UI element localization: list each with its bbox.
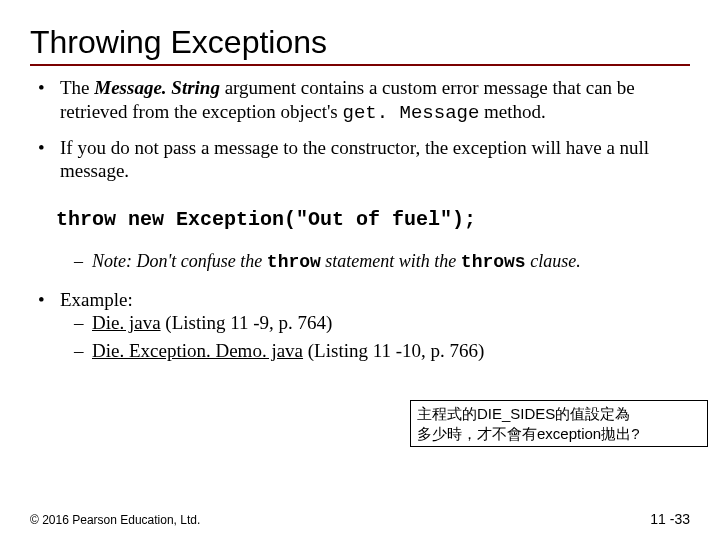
callout-l2a: 多少時，才不會有 <box>417 425 537 442</box>
bullet-2: If you do not pass a message to the cons… <box>38 136 690 194</box>
ex2-rest: (Listing 11 -10, p. 766) <box>303 340 484 361</box>
example-label: Example: <box>60 289 133 310</box>
example-list: Example: Die. java (Listing 11 -9, p. 76… <box>30 288 690 377</box>
b1-post: method. <box>479 101 546 122</box>
callout-box: 主程式的DIE_SIDES的值設定為 多少時，才不會有exception拋出? <box>410 400 708 447</box>
b1-pre: The <box>60 77 94 98</box>
page-title: Throwing Exceptions <box>30 22 690 62</box>
title-rule <box>30 64 690 66</box>
code-example: throw new Exception("Out of fuel"); <box>56 207 690 232</box>
callout-line-1: 主程式的DIE_SIDES的值設定為 <box>417 404 701 424</box>
copyright-footer: © 2016 Pearson Education, Ltd. <box>30 513 200 528</box>
link-die-java[interactable]: Die. java <box>92 312 161 333</box>
example-item-2: Die. Exception. Demo. java (Listing 11 -… <box>74 339 690 367</box>
ex1-rest: (Listing 11 -9, p. 764) <box>161 312 333 333</box>
bullet-example: Example: Die. java (Listing 11 -9, p. 76… <box>38 288 690 377</box>
bullet-1: The Message. String argument contains a … <box>38 76 690 136</box>
note-line: Note: Don't confuse the throw statement … <box>74 250 690 274</box>
bullet-list: The Message. String argument contains a … <box>30 76 690 193</box>
note-kw-throw: throw <box>267 252 321 272</box>
example-item-1: Die. java (Listing 11 -9, p. 764) <box>74 311 690 339</box>
callout-l2b: exception <box>537 425 601 442</box>
note-pre: Note: Don't confuse the <box>92 251 267 271</box>
page-number: 11 -33 <box>650 511 690 529</box>
b1-code: get. Message <box>343 102 480 124</box>
b1-em: Message. String <box>94 77 220 98</box>
slide: Throwing Exceptions The Message. String … <box>0 0 720 540</box>
note-mid: statement with the <box>321 251 461 271</box>
example-sublist: Die. java (Listing 11 -9, p. 764) Die. E… <box>60 311 690 367</box>
callout-line-2: 多少時，才不會有exception拋出? <box>417 424 701 444</box>
note-post: clause. <box>526 251 581 271</box>
callout-l2c: 拋出? <box>601 425 639 442</box>
note-kw-throws: throws <box>461 252 526 272</box>
link-die-exception-demo[interactable]: Die. Exception. Demo. java <box>92 340 303 361</box>
